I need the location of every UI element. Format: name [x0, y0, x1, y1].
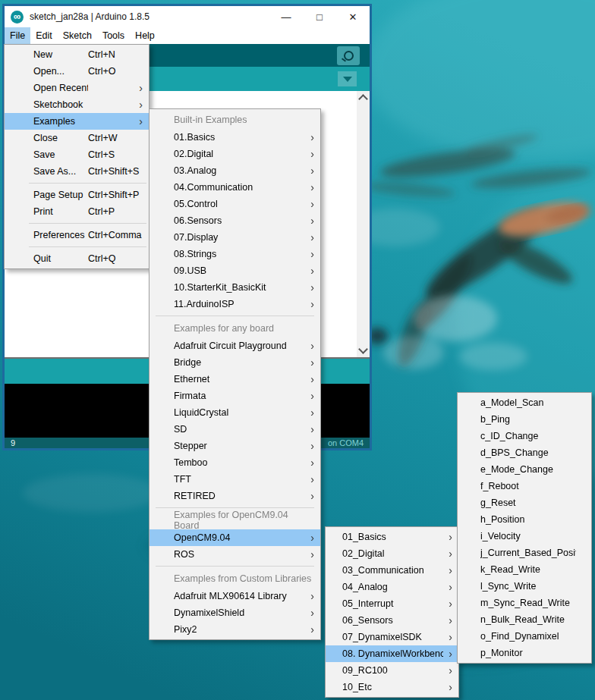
menu-item-08-dynamixelworkbench[interactable]: 08. DynamixelWorkbench› — [326, 645, 458, 662]
submenu-chevron-icon: › — [305, 532, 316, 543]
menu-item-g-reset[interactable]: g_Reset — [458, 494, 591, 511]
menu-item-sketchbook[interactable]: Sketchbook› — [5, 96, 149, 113]
menubar-item-tools[interactable]: Tools — [97, 27, 130, 44]
menu-item-label: g_Reset — [480, 498, 576, 508]
menu-item-label: m_Sync_Read_Write — [480, 598, 576, 608]
status-port: on COM4 — [328, 438, 364, 447]
submenu-chevron-icon: › — [305, 357, 316, 368]
menu-item-close[interactable]: CloseCtrl+W — [5, 130, 149, 146]
menu-item-b-ping[interactable]: b_Ping — [458, 411, 591, 428]
menu-item-05-control[interactable]: 05.Control› — [150, 196, 320, 212]
menubar-item-sketch[interactable]: Sketch — [58, 27, 97, 44]
tab-menu-button[interactable] — [338, 71, 357, 86]
menu-item-i-velocity[interactable]: i_Velocity — [458, 528, 591, 545]
menu-item-c-id-change[interactable]: c_ID_Change — [458, 428, 591, 444]
menu-item-adafruit-mlx90614-library[interactable]: Adafruit MLX90614 Library› — [150, 588, 320, 604]
menu-item-print[interactable]: PrintCtrl+P — [5, 203, 149, 220]
menu-item-dynamixelshield[interactable]: DynamixelShield› — [150, 604, 320, 621]
menu-item-02-digital[interactable]: 02_Digital› — [326, 545, 458, 562]
editor-scrollbar[interactable] — [357, 91, 370, 357]
menubar-item-file[interactable]: File — [5, 27, 30, 44]
menu-item-retired[interactable]: RETIRED› — [150, 488, 320, 504]
menu-item-06-sensors[interactable]: 06_Sensors› — [326, 612, 458, 629]
scroll-down-icon[interactable] — [358, 344, 368, 354]
menu-item-f-reboot[interactable]: f_Reboot — [458, 478, 591, 494]
menu-item-pixy2[interactable]: Pixy2› — [150, 621, 320, 638]
menu-item-02-digital[interactable]: 02.Digital› — [150, 146, 320, 162]
menu-item-07-display[interactable]: 07.Display› — [150, 229, 320, 246]
menu-item-shortcut: Ctrl+Shift+S — [88, 166, 139, 177]
menu-item-label: RETIRED — [174, 491, 305, 501]
menu-item-label: Bridge — [174, 357, 305, 368]
menu-item-l-sync-write[interactable]: l_Sync_Write — [458, 578, 591, 595]
menu-item-h-position[interactable]: h_Position — [458, 511, 591, 528]
submenu-chevron-icon: › — [305, 424, 316, 435]
menu-item-label: 10_Etc — [342, 682, 443, 692]
menu-item-label: ROS — [174, 549, 305, 560]
menu-item-ros[interactable]: ROS› — [150, 546, 320, 563]
serial-monitor-button[interactable] — [337, 46, 360, 65]
close-button[interactable]: ✕ — [336, 6, 370, 27]
menu-item-firmata[interactable]: Firmata› — [150, 388, 320, 404]
menu-item-03-analog[interactable]: 03.Analog› — [150, 162, 320, 179]
menu-item-save[interactable]: SaveCtrl+S — [5, 146, 149, 163]
menu-item-n-bulk-read-write[interactable]: n_Bulk_Read_Write — [458, 611, 591, 628]
menu-item-e-mode-change[interactable]: e_Mode_Change — [458, 461, 591, 478]
menu-item-label: 08. DynamixelWorkbench — [342, 648, 443, 659]
submenu-chevron-icon: › — [305, 374, 316, 385]
menu-item-08-strings[interactable]: 08.Strings› — [150, 246, 320, 262]
menu-item-09-rc100[interactable]: 09_RC100› — [326, 662, 458, 679]
menu-item-10-starterkit-basickit[interactable]: 10.StarterKit_BasicKit› — [150, 279, 320, 296]
menu-item-10-etc[interactable]: 10_Etc› — [326, 679, 458, 695]
menu-item-01-basics[interactable]: 01_Basics› — [326, 529, 458, 545]
menu-item-liquidcrystal[interactable]: LiquidCrystal› — [150, 404, 320, 421]
menu-item-07-dynamixelsdk[interactable]: 07_DynamixelSDK› — [326, 629, 458, 645]
menu-item-examples[interactable]: Examples› — [5, 113, 149, 130]
menu-item-k-read-write[interactable]: k_Read_Write — [458, 561, 591, 578]
menu-item-adafruit-circuit-playground[interactable]: Adafruit Circuit Playground› — [150, 337, 320, 354]
menu-item-11-arduinoisp[interactable]: 11.ArduinoISP› — [150, 296, 320, 312]
menu-item-label: Quit — [33, 253, 88, 264]
menu-item-01-basics[interactable]: 01.Basics› — [150, 129, 320, 146]
scroll-up-icon[interactable] — [358, 94, 368, 104]
menu-item-a-model-scan[interactable]: a_Model_Scan — [458, 394, 591, 411]
menu-item-bridge[interactable]: Bridge› — [150, 354, 320, 371]
menu-item-06-sensors[interactable]: 06.Sensors› — [150, 212, 320, 229]
menu-item-03-communication[interactable]: 03_Communication› — [326, 562, 458, 579]
menu-item-save-as[interactable]: Save As...Ctrl+Shift+S — [5, 163, 149, 180]
menu-item-label: k_Read_Write — [480, 564, 576, 575]
menubar-item-edit[interactable]: Edit — [30, 27, 58, 44]
menu-item-05-interrupt[interactable]: 05_Interrupt› — [326, 595, 458, 612]
menu-item-page-setup[interactable]: Page SetupCtrl+Shift+P — [5, 187, 149, 203]
menu-item-label: 06.Sensors — [174, 215, 305, 226]
menu-item-open[interactable]: Open...Ctrl+O — [5, 63, 149, 80]
menu-item-label: Examples — [33, 116, 88, 127]
maximize-button[interactable]: □ — [303, 6, 336, 27]
menu-item-temboo[interactable]: Temboo› — [150, 454, 320, 471]
menu-item-m-sync-read-write[interactable]: m_Sync_Read_Write — [458, 595, 591, 611]
titlebar[interactable]: ∞ sketch_jan28a | Arduino 1.8.5 — □ ✕ — [5, 6, 370, 27]
menu-item-o-find-dynamixel[interactable]: o_Find_Dynamixel — [458, 628, 591, 645]
menu-item-new[interactable]: NewCtrl+N — [5, 46, 149, 63]
menu-item-d-bps-change[interactable]: d_BPS_Change — [458, 444, 591, 461]
menu-item-label: 02_Digital — [342, 548, 443, 559]
menu-item-p-monitor[interactable]: p_Monitor — [458, 645, 591, 661]
menu-item-stepper[interactable]: Stepper› — [150, 438, 320, 454]
menu-item-label: 01.Basics — [174, 132, 305, 143]
menu-item-09-usb[interactable]: 09.USB› — [150, 262, 320, 279]
menu-item-preferences[interactable]: PreferencesCtrl+Comma — [5, 227, 149, 243]
menu-item-tft[interactable]: TFT› — [150, 471, 320, 488]
menubar-item-help[interactable]: Help — [130, 27, 160, 44]
menu-item-sd[interactable]: SD› — [150, 421, 320, 438]
menu-item-quit[interactable]: QuitCtrl+Q — [5, 250, 149, 267]
menu-item-ethernet[interactable]: Ethernet› — [150, 371, 320, 388]
minimize-button[interactable]: — — [269, 6, 303, 27]
menu-item-04-communication[interactable]: 04.Communication› — [150, 179, 320, 196]
menu-item-04-analog[interactable]: 04_Analog› — [326, 579, 458, 595]
menu-item-open-recent[interactable]: Open Recent› — [5, 80, 149, 96]
menu-item-opencm9-04[interactable]: OpenCM9.04› — [150, 529, 320, 546]
menu-item-j-current-based-position[interactable]: j_Current_Based_Position — [458, 545, 591, 561]
menu-item-shortcut: Ctrl+S — [88, 149, 134, 160]
submenu-chevron-icon: › — [443, 665, 454, 676]
menu-item-label: d_BPS_Change — [480, 447, 576, 458]
